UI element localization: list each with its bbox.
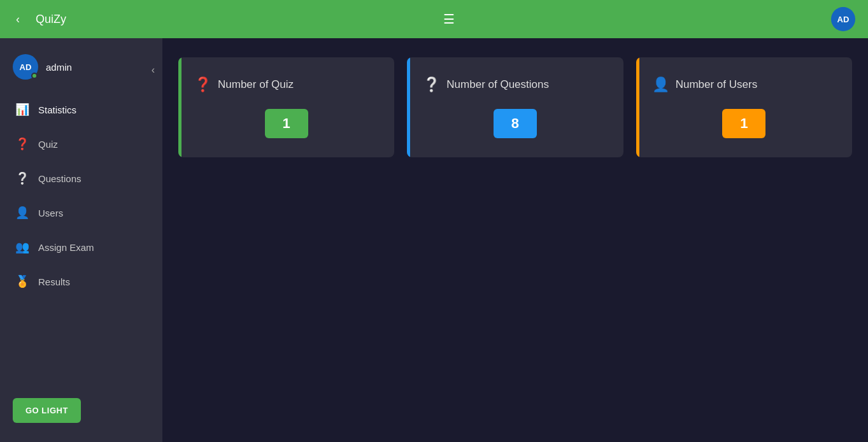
go-light-button[interactable]: GO LIGHT — [13, 398, 81, 423]
stat-value-quiz-count: 1 — [265, 109, 308, 138]
sidebar-item-users[interactable]: 👤 Users — [0, 196, 162, 230]
stat-card-header-users-count: 👤 Number of Users — [652, 76, 836, 93]
stat-value-container-quiz-count: 1 — [194, 109, 378, 138]
sidebar-user: AD admin ‹ — [0, 48, 162, 92]
navbar-avatar[interactable]: AD — [831, 7, 855, 31]
stat-title-quiz-count: Number of Quiz — [218, 78, 294, 91]
app-title: QuiZy — [36, 13, 66, 26]
back-button[interactable]: ‹ — [13, 10, 23, 29]
sidebar-item-questions[interactable]: ❔ Questions — [0, 161, 162, 196]
sidebar-item-statistics[interactable]: 📊 Statistics — [0, 92, 162, 127]
sidebar-item-assign-exam[interactable]: 👥 Assign Exam — [0, 230, 162, 264]
stat-icon-questions-count: ❔ — [423, 76, 440, 93]
results-icon: 🏅 — [15, 274, 29, 289]
stat-card-quiz-count: ❓ Number of Quiz 1 — [178, 57, 394, 157]
layout: AD admin ‹ 📊 Statistics ❓ Quiz ❔ Questio… — [0, 38, 868, 442]
stat-value-container-users-count: 1 — [652, 109, 836, 138]
stat-value-questions-count: 8 — [494, 109, 537, 138]
menu-button[interactable]: ☰ — [440, 8, 458, 30]
sidebar-item-label-users: Users — [38, 208, 63, 218]
sidebar-item-label-quiz: Quiz — [38, 139, 58, 150]
sidebar-item-quiz[interactable]: ❓ Quiz — [0, 127, 162, 161]
quiz-icon: ❓ — [15, 137, 29, 151]
assign-exam-icon: 👥 — [15, 240, 29, 254]
sidebar-avatar-initials: AD — [20, 62, 32, 72]
navbar: ‹ QuiZy ☰ AD — [0, 0, 868, 38]
stat-value-users-count: 1 — [722, 109, 765, 138]
sidebar-item-results[interactable]: 🏅 Results — [0, 264, 162, 299]
sidebar-item-label-questions: Questions — [38, 173, 82, 184]
statistics-icon: 📊 — [15, 103, 29, 117]
questions-icon: ❔ — [15, 171, 29, 185]
sidebar-nav: 📊 Statistics ❓ Quiz ❔ Questions 👤 Users … — [0, 92, 162, 389]
stats-grid: ❓ Number of Quiz 1 ❔ Number of Questions… — [178, 57, 852, 157]
sidebar-item-label-assign-exam: Assign Exam — [38, 242, 94, 253]
stat-card-header-quiz-count: ❓ Number of Quiz — [194, 76, 378, 93]
stat-value-container-questions-count: 8 — [423, 109, 607, 138]
sidebar: AD admin ‹ 📊 Statistics ❓ Quiz ❔ Questio… — [0, 38, 162, 442]
stat-card-users-count: 👤 Number of Users 1 — [636, 57, 852, 157]
sidebar-username: admin — [46, 62, 72, 73]
sidebar-collapse-button[interactable]: ‹ — [152, 64, 155, 76]
sidebar-avatar: AD — [13, 54, 38, 80]
users-icon: 👤 — [15, 206, 29, 220]
go-light-container: GO LIGHT — [13, 398, 150, 423]
stat-icon-quiz-count: ❓ — [194, 76, 211, 93]
sidebar-item-label-results: Results — [38, 276, 70, 287]
sidebar-item-label-statistics: Statistics — [38, 104, 76, 115]
stat-title-questions-count: Number of Questions — [446, 78, 549, 91]
main-content: ❓ Number of Quiz 1 ❔ Number of Questions… — [162, 38, 868, 442]
online-dot — [31, 73, 38, 79]
stat-card-questions-count: ❔ Number of Questions 8 — [407, 57, 623, 157]
stat-title-users-count: Number of Users — [676, 78, 757, 91]
stat-icon-users-count: 👤 — [652, 76, 669, 93]
navbar-left: ‹ QuiZy — [13, 10, 66, 29]
stat-card-header-questions-count: ❔ Number of Questions — [423, 76, 607, 93]
